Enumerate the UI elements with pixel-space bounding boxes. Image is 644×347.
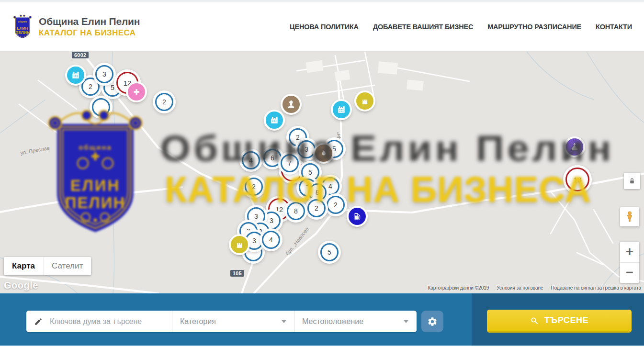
lock-icon xyxy=(628,177,636,185)
site-logo[interactable]: община ЕЛИН ПЕЛИН Община Елин Пелин КАТА… xyxy=(12,12,140,41)
map-pin-factory[interactable] xyxy=(67,67,84,84)
search-icon xyxy=(530,316,539,325)
map-pin-bag[interactable] xyxy=(231,236,248,253)
site-subtitle: КАТАЛОГ НА БИЗНЕСА xyxy=(39,28,140,38)
map-type-control: Карта Сателит xyxy=(4,257,91,275)
cluster-count: 3 xyxy=(270,217,273,224)
factory-icon xyxy=(266,112,283,129)
category-select-value: Категория xyxy=(180,317,216,326)
map-pin-plus[interactable] xyxy=(128,83,145,101)
search-bar: Категория Местоположение ТЪРСЕНЕ xyxy=(0,293,644,346)
zoom-out-button[interactable]: − xyxy=(620,262,639,283)
attribution-terms-link[interactable]: Условия за ползване xyxy=(497,285,543,291)
search-button-label: ТЪРСЕНЕ xyxy=(544,315,588,325)
map-pin-bag[interactable] xyxy=(356,92,373,110)
nav-item-contacts[interactable]: КОНТАКТИ xyxy=(596,23,632,31)
map-pin-factory[interactable] xyxy=(266,112,283,129)
map-cluster[interactable]: 3 xyxy=(95,65,113,83)
pegman-icon xyxy=(623,211,636,223)
cluster-count: 5 xyxy=(328,248,331,256)
cluster-count: 3 xyxy=(252,237,256,245)
attribution-copyright: Картографски данни ©2019 xyxy=(428,285,489,291)
pencil-icon xyxy=(34,317,43,326)
google-logo[interactable]: Google xyxy=(4,280,38,291)
svg-text:ЕЛИН: ЕЛИН xyxy=(70,177,121,194)
worker-icon xyxy=(282,96,300,113)
municipality-crest-icon: община ЕЛИН ПЕЛИН xyxy=(12,12,33,41)
fuel-icon xyxy=(349,208,366,225)
factory-icon xyxy=(333,101,350,118)
gear-icon xyxy=(427,316,438,327)
map-cluster[interactable]: 2 xyxy=(155,93,173,111)
chevron-down-icon xyxy=(282,320,286,323)
svg-text:ЕЛИН: ЕЛИН xyxy=(17,26,28,31)
svg-text:община: община xyxy=(18,20,27,23)
bag-icon xyxy=(231,236,248,253)
keyword-field-wrapper xyxy=(26,311,172,332)
advanced-settings-button[interactable] xyxy=(421,311,443,332)
nav-item-bus-schedule[interactable]: МАРШРУТНО РАЗПИСАНИЕ xyxy=(487,23,581,31)
svg-text:ПЕЛИН: ПЕЛИН xyxy=(65,194,125,212)
lock-button[interactable] xyxy=(624,173,640,189)
watermark-title: Община Елин Пелин xyxy=(160,127,614,169)
cluster-count: 5 xyxy=(111,84,114,91)
street-label: бул. „Новосел xyxy=(284,226,310,256)
category-select[interactable]: Категория xyxy=(172,311,294,332)
chevron-down-icon xyxy=(404,320,408,323)
nav-item-add-business[interactable]: ДОБАВЕТЕ ВАШИЯТ БИЗНЕС xyxy=(373,23,473,31)
plus-icon xyxy=(128,83,145,101)
map-attribution: Картографски данни ©2019 Условия за полз… xyxy=(428,285,641,291)
keyword-search-input[interactable] xyxy=(49,317,161,326)
zoom-in-button[interactable]: + xyxy=(620,242,639,262)
location-select[interactable]: Местоположение xyxy=(294,311,416,332)
map-pin-factory[interactable] xyxy=(333,101,350,118)
cluster-count: 2 xyxy=(89,83,92,90)
zoom-control: + − xyxy=(620,242,639,283)
cluster-count: 4 xyxy=(269,236,273,244)
cluster-count: 3 xyxy=(254,213,258,220)
attribution-report-link[interactable]: Подаване на сигнал за грешка в картата xyxy=(551,285,641,291)
svg-text:ПЕЛИН: ПЕЛИН xyxy=(15,30,30,35)
map-pin-worker[interactable] xyxy=(282,96,300,113)
road-badge: 6002 xyxy=(72,52,89,58)
search-controls-strip: Категория Местоположение xyxy=(26,311,417,332)
search-button[interactable]: ТЪРСЕНЕ xyxy=(487,310,632,333)
map-cluster[interactable]: 5 xyxy=(320,243,339,261)
cluster-count: 3 xyxy=(102,70,106,78)
map-cluster[interactable]: 4 xyxy=(262,231,280,249)
map-type-satellite-button[interactable]: Сателит xyxy=(43,257,91,275)
cluster-count: 2 xyxy=(162,98,166,106)
road-badge: 105 xyxy=(230,270,244,277)
watermark-crest: община ЕЛИН ПЕЛИН xyxy=(41,102,150,243)
factory-icon xyxy=(67,67,84,84)
header: община ЕЛИН ПЕЛИН Община Елин Пелин КАТА… xyxy=(0,2,644,52)
bag-icon xyxy=(356,92,373,110)
watermark-subtitle: КАТАЛОГ НА БИЗНЕСА xyxy=(165,168,591,210)
map-type-map-button[interactable]: Карта xyxy=(4,257,43,275)
main-nav: ЦЕНОВА ПОЛИТИКА ДОБАВЕТЕ ВАШИЯТ БИЗНЕС М… xyxy=(290,23,632,31)
location-select-value: Местоположение xyxy=(302,317,363,326)
map-pin-fuel[interactable] xyxy=(349,208,366,225)
nav-item-pricing[interactable]: ЦЕНОВА ПОЛИТИКА xyxy=(290,23,359,31)
svg-text:община: община xyxy=(79,143,112,151)
map-canvas[interactable]: 2531222351364752478221283383345106002105… xyxy=(0,52,644,293)
site-title: Община Елин Пелин xyxy=(39,16,140,27)
pegman-control[interactable] xyxy=(620,207,639,226)
